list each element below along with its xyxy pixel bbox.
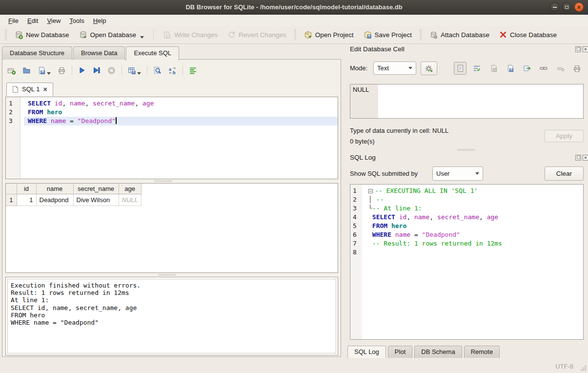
- splitter-handle[interactable]: [155, 180, 171, 182]
- save-results-dropdown-icon[interactable]: [137, 72, 141, 75]
- cell-secret-name[interactable]: Dive Wilson: [73, 194, 119, 206]
- float-dock-icon[interactable]: [575, 46, 581, 52]
- find-icon: [153, 66, 162, 75]
- menu-view[interactable]: View: [42, 16, 65, 25]
- dock-tab-plot[interactable]: Plot: [388, 346, 412, 359]
- editor-line: SELECT id, name, secret_name, age: [24, 99, 338, 108]
- print-sql-button[interactable]: [58, 66, 66, 75]
- menu-help[interactable]: Help: [89, 16, 111, 25]
- link-icon: [540, 64, 547, 72]
- close-button[interactable]: ×: [574, 2, 584, 12]
- close-icon: ×: [577, 5, 581, 10]
- main-toolbar: New Database Open Database Write Changes…: [0, 26, 588, 44]
- column-header-id[interactable]: id: [17, 184, 36, 194]
- row-header[interactable]: 1: [6, 194, 17, 206]
- menu-edit[interactable]: Edit: [23, 16, 42, 25]
- word-wrap-button[interactable]: [470, 62, 483, 75]
- menu-file[interactable]: File: [4, 16, 23, 25]
- log-filter-select[interactable]: User: [432, 166, 483, 181]
- status-bar: UTF-8: [0, 358, 588, 373]
- editor-line-current: WHERE name = "Deadpond": [24, 117, 338, 125]
- log-fold-margin[interactable]: [362, 185, 365, 339]
- dock-tab-remote[interactable]: Remote: [464, 346, 500, 359]
- save-project-button[interactable]: Save Project: [359, 29, 417, 41]
- resize-grip[interactable]: [580, 365, 587, 371]
- execution-output-text: Execution finished without errors. Resul…: [6, 277, 338, 331]
- cell-age[interactable]: NULL: [119, 194, 141, 206]
- print-icon: [58, 66, 66, 75]
- dock-tab-db-schema[interactable]: DB Schema: [414, 346, 462, 359]
- find-replace-button[interactable]: ab: [168, 66, 177, 75]
- open-database-dropdown-icon[interactable]: [140, 36, 144, 39]
- toolbar-drag-handle[interactable]: [420, 29, 422, 40]
- open-database-button[interactable]: Open Database: [74, 29, 149, 41]
- find-button[interactable]: [153, 66, 162, 75]
- text-mode-button[interactable]: [454, 62, 466, 75]
- sql-tab-close-icon[interactable]: ×: [43, 86, 47, 92]
- open-project-icon: [304, 31, 312, 39]
- close-database-button[interactable]: Close Database: [494, 29, 562, 41]
- save-sql-file-button[interactable]: [38, 66, 51, 75]
- open-sql-file-button[interactable]: [22, 66, 31, 75]
- sql-editor[interactable]: 1 2 3 SELECT id, name, secret_name, age …: [5, 97, 338, 179]
- auto-format-button[interactable]: [189, 66, 197, 75]
- column-header-secret-name[interactable]: secret_name: [73, 184, 119, 194]
- export-data-button[interactable]: [521, 62, 533, 75]
- find-replace-icon: ab: [168, 66, 177, 75]
- dock-tab-sql-log[interactable]: SQL Log: [347, 346, 386, 359]
- editor-toolbar-separator: [122, 65, 122, 75]
- column-header-name[interactable]: name: [36, 184, 73, 194]
- open-project-button[interactable]: Open Project: [299, 29, 359, 41]
- sql-tab[interactable]: SQL 1 ×: [6, 83, 53, 96]
- close-dock-icon[interactable]: ×: [583, 46, 588, 52]
- auto-format-icon: [189, 66, 197, 75]
- cell-id[interactable]: 1: [17, 194, 36, 206]
- toolbar-drag-handle[interactable]: [5, 29, 7, 40]
- minimize-button[interactable]: [550, 2, 559, 12]
- save-results-button[interactable]: [128, 66, 141, 75]
- corner-header: [6, 184, 17, 194]
- open-sql-tab-button[interactable]: [7, 66, 16, 75]
- new-database-button[interactable]: New Database: [10, 29, 74, 41]
- float-dock-icon[interactable]: [575, 155, 581, 161]
- log-line: WHERE name = "Deadpond": [365, 230, 583, 239]
- dock-splitter-handle[interactable]: [458, 149, 474, 151]
- editor-code-area[interactable]: SELECT id, name, secret_name, age FROM h…: [24, 97, 338, 179]
- tab-execute-sql[interactable]: Execute SQL: [126, 46, 179, 61]
- cell-value-editor[interactable]: NULL: [350, 84, 584, 119]
- menu-tools[interactable]: Tools: [65, 16, 88, 25]
- open-url-button[interactable]: [537, 62, 550, 75]
- save-as-file-button[interactable]: [504, 62, 517, 75]
- line-number: 7: [350, 239, 362, 248]
- text-cursor: [116, 117, 117, 124]
- print-cell-button[interactable]: [571, 62, 584, 75]
- edit-cell-dock-buttons: ×: [575, 46, 588, 52]
- chevron-down-icon: [475, 172, 479, 175]
- mode-select[interactable]: Text: [373, 62, 416, 75]
- tab-browse-data[interactable]: Browse Data: [73, 46, 125, 60]
- titlebar[interactable]: DB Browser for SQLite - /home/user/code/…: [0, 0, 588, 15]
- execute-all-button[interactable]: [78, 66, 86, 74]
- toolbar-separator: [153, 29, 154, 41]
- maximize-button[interactable]: [562, 2, 571, 12]
- tab-database-structure[interactable]: Database Structure: [2, 46, 72, 60]
- execute-current-line-button[interactable]: [93, 66, 101, 74]
- revert-changes-button: Revert Changes: [223, 29, 291, 41]
- settings-gear-icon: [425, 64, 433, 73]
- clear-log-button[interactable]: Clear: [545, 166, 584, 181]
- editor-toolbar-separator: [182, 65, 183, 75]
- cell-size-info: 0 byte(s): [350, 138, 375, 145]
- attach-database-button[interactable]: Attach Database: [425, 29, 494, 41]
- cell-name[interactable]: Deadpond: [36, 194, 73, 206]
- splitter-handle[interactable]: [159, 274, 175, 276]
- toolbar-drag-handle[interactable]: [294, 29, 296, 40]
- cell-settings-button[interactable]: [421, 62, 437, 75]
- save-sql-dropdown-icon[interactable]: [47, 72, 51, 75]
- cell-editor-content[interactable]: [378, 84, 583, 118]
- close-dock-icon[interactable]: ×: [583, 155, 588, 161]
- set-as-null-button: [554, 62, 567, 75]
- export-arrow-icon: [523, 64, 531, 72]
- open-sql-file-icon: [22, 66, 31, 75]
- log-line: −-- EXECUTING ALL IN 'SQL 1': [365, 186, 583, 195]
- column-header-age[interactable]: age: [119, 184, 141, 194]
